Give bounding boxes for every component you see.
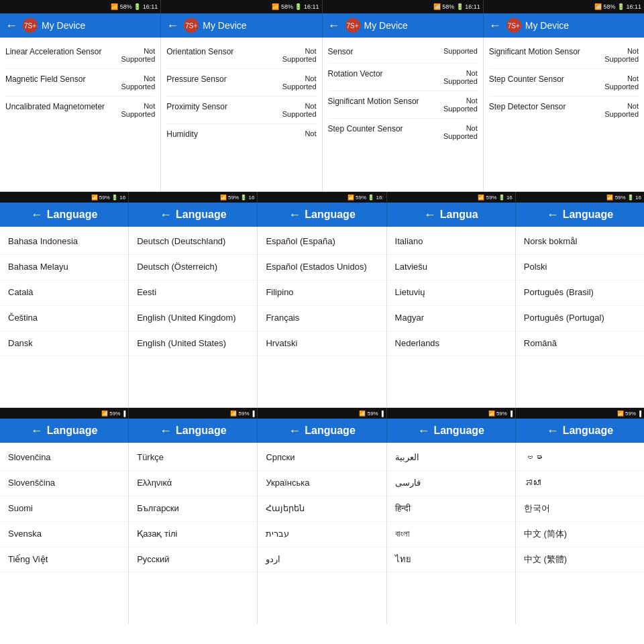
list-item[interactable]: Eesti [129,280,257,306]
lang-panel2-1: Slovenčina Slovenščina Suomi Svenska Tiế… [0,443,129,624]
list-item[interactable]: Español (Estados Unidos) [258,255,386,280]
list-item[interactable]: 中文 (繁體) [516,547,644,573]
lang-back2-4[interactable]: ← [417,424,429,438]
list-item[interactable]: ไทย [387,547,515,573]
lang-nav-cell-4: ← Langua [387,203,516,227]
sensor-item: Pressure Sensor NotSupported [166,69,316,97]
sensor-item: Orientation Sensor NotSupported [166,42,316,69]
list-item[interactable]: Български [129,496,257,522]
sensor-item: Proximity Sensor NotSupported [166,97,316,124]
lang-status2-2: 📶 59% ▐ [129,408,258,419]
sensor-item: Linear Acceleration Sensor NotSupported [5,42,155,69]
back-arrow-2[interactable]: ← [166,19,178,33]
list-item[interactable]: ភាសា [516,471,644,496]
list-item[interactable]: Čeština [0,306,128,331]
list-item[interactable]: Українська [258,471,386,496]
nav-cell-1: ← 7S+ My Device [0,13,161,38]
lang-panel-4: Italiano Latviešu Lietuvių Magyar Nederl… [387,227,516,407]
list-item[interactable]: Deutsch (Deutschland) [129,229,257,255]
list-item[interactable]: Català [0,280,128,306]
list-item[interactable]: Português (Brasil) [516,280,644,306]
list-item[interactable]: العربية [387,445,515,471]
nav-title-2: My Device [203,20,246,31]
list-item[interactable]: Қазақ тілі [129,522,257,547]
list-item[interactable]: Türkçe [129,445,257,471]
lang-back2-3[interactable]: ← [288,424,301,438]
list-item[interactable]: Հայերեն [258,496,386,522]
status-cell-1: 📶 58% 🔋 16:11 [0,0,161,13]
list-item[interactable]: ဗမာ [516,445,644,471]
back-arrow-4[interactable]: ← [489,19,501,33]
sensor-item: Humidity Not [166,124,316,146]
list-item[interactable]: Italiano [387,229,515,255]
list-item[interactable]: Lietuvių [387,280,515,306]
list-item[interactable]: Deutsch (Österreich) [129,255,257,280]
list-item[interactable]: বাংলা [387,522,515,547]
list-item[interactable]: Slovenčina [0,445,128,471]
status-bar-top: 📶 58% 🔋 16:11 📶 58% 🔋 16:11 📶 58% 🔋 16:1… [0,0,644,13]
list-item[interactable]: Dansk [0,331,128,357]
back-arrow-1[interactable]: ← [5,19,17,33]
nav-cell-3: ← 7S+ My Device [323,13,484,38]
list-item[interactable]: Latviešu [387,255,515,280]
sensor-panel-1: Linear Acceleration Sensor NotSupported … [0,38,161,191]
lang-back-1[interactable]: ← [31,208,43,222]
status-cell-4: 📶 58% 🔋 16:11 [484,0,644,13]
list-item[interactable]: Русский [129,547,257,573]
lang-back-3[interactable]: ← [288,208,301,222]
list-item[interactable]: עברית [258,522,386,547]
list-item[interactable]: English (United States) [129,331,257,357]
sensor-item: Sensor Supported [328,42,478,64]
list-item[interactable]: Filipino [258,280,386,306]
list-item[interactable]: Español (España) [258,229,386,255]
lang-nav2-cell-5: ← Language [516,419,644,443]
back-arrow-3[interactable]: ← [328,19,340,33]
lang-panel-2: Deutsch (Deutschland) Deutsch (Österreic… [129,227,258,407]
lang-panel2-2: Türkçe Ελληνικά Български Қазақ тілі Рус… [129,443,258,624]
list-item[interactable]: Ελληνικά [129,471,257,496]
nav-title-4: My Device [525,20,569,31]
sensor-item: Step Counter Sensor NotSupported [328,119,478,146]
list-item[interactable]: Српски [258,445,386,471]
list-item[interactable]: Nederlands [387,331,515,357]
list-item[interactable]: Tiếng Việt [0,547,128,573]
device-icon-3: 7S+ [345,18,360,33]
list-item[interactable]: Português (Portugal) [516,306,644,331]
lang-nav2-cell-1: ← Language [0,419,129,443]
lang-back-5[interactable]: ← [547,208,559,222]
lang-status-2: 📶 59% 🔋 16 [129,192,258,203]
list-item[interactable]: English (United Kingdom) [129,306,257,331]
lang-back-4[interactable]: ← [424,208,436,222]
lang-back-2[interactable]: ← [160,208,172,222]
list-item[interactable]: اردو [258,547,386,573]
lang-back2-1[interactable]: ← [31,424,43,438]
list-item[interactable]: Bahasa Indonesia [0,229,128,255]
list-item[interactable]: Slovenščina [0,471,128,496]
lang-status2-4: 📶 59% ▐ [387,408,516,419]
sensor-item: Magnetic Field Sensor NotSupported [5,69,155,97]
sensor-item: Significant Motion Sensor NotSupported [328,91,478,119]
sensor-panel-2: Orientation Sensor NotSupported Pressure… [161,38,322,191]
list-item[interactable]: Suomi [0,496,128,522]
list-item[interactable]: Polski [516,255,644,280]
list-item[interactable]: Hrvatski [258,331,386,357]
list-item[interactable]: Français [258,306,386,331]
list-item[interactable]: Magyar [387,306,515,331]
lang-nav2-cell-4: ← Language [387,419,516,443]
lang-nav-cell-1: ← Language [0,203,129,227]
lang-nav-cell-3: ← Language [258,203,386,227]
sensor-panel-4: Significant Motion Sensor NotSupported S… [484,38,644,191]
list-item[interactable]: Norsk bokmål [516,229,644,255]
list-item[interactable]: हिन्दी [387,496,515,522]
lang-nav-bar-2: ← Language ← Language ← Language ← Langu… [0,419,644,443]
lang-back2-5[interactable]: ← [547,424,559,438]
device-icon-4: 7S+ [506,18,521,33]
list-item[interactable]: فارسی [387,471,515,496]
lang-status-1: 📶 59% 🔋 16 [0,192,129,203]
list-item[interactable]: 한국어 [516,496,644,522]
list-item[interactable]: Svenska [0,522,128,547]
list-item[interactable]: 中文 (简体) [516,522,644,547]
list-item[interactable]: Română [516,331,644,357]
list-item[interactable]: Bahasa Melayu [0,255,128,280]
lang-back2-2[interactable]: ← [160,424,172,438]
